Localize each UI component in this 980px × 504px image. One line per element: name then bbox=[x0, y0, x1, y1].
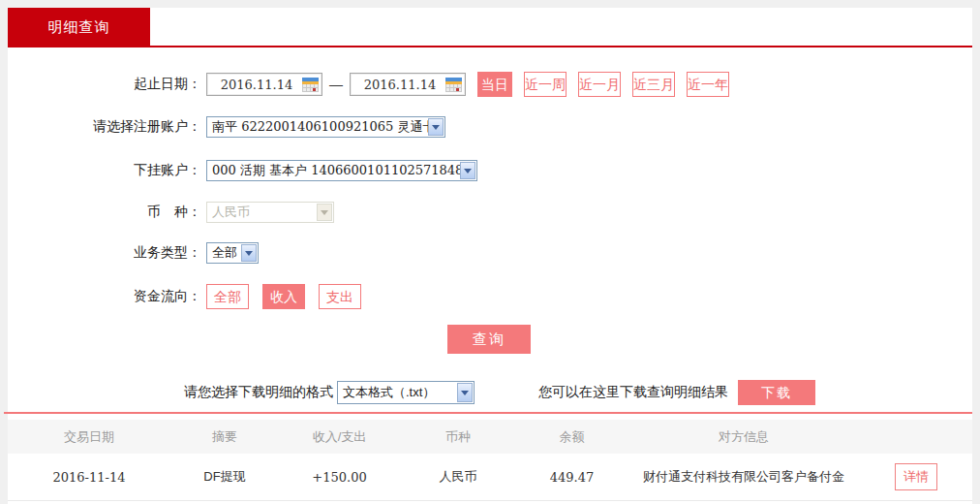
download-format-value: 文本格式（.txt） bbox=[343, 384, 454, 401]
fund-flow-label: 资金流向： bbox=[8, 288, 201, 305]
quick-range-week-button[interactable]: 近一周 bbox=[524, 72, 567, 97]
header-date: 交易日期 bbox=[8, 428, 170, 446]
chevron-down-icon bbox=[317, 204, 332, 221]
register-account-label: 请选择注册账户： bbox=[8, 118, 201, 136]
row-amount: +150.00 bbox=[279, 470, 400, 485]
register-account-value: 南平 6222001406100921065 灵通卡 bbox=[212, 118, 454, 136]
tab-detail-query[interactable]: 明细查询 bbox=[8, 8, 150, 46]
table-row: 2016-11-14 DF提现 +150.00 人民币 449.47 财付通支付… bbox=[8, 454, 972, 501]
query-button[interactable]: 查询 bbox=[447, 325, 531, 354]
header-summary: 摘要 bbox=[170, 428, 279, 446]
header-currency: 币种 bbox=[400, 428, 516, 446]
quick-range-today-button[interactable]: 当日 bbox=[477, 72, 512, 97]
sub-account-label: 下挂账户： bbox=[8, 162, 201, 179]
chevron-down-icon[interactable] bbox=[457, 383, 473, 402]
calendar-icon[interactable] bbox=[445, 78, 462, 92]
quick-range-month-button[interactable]: 近一月 bbox=[578, 72, 621, 97]
download-format-select[interactable]: 文本格式（.txt） bbox=[337, 381, 475, 404]
date-range-row: 起止日期： 2016.11.14 — 2016.11.14 当日 近一周 近一月… bbox=[8, 72, 972, 97]
fund-flow-row: 资金流向： 全部 收入 支出 bbox=[8, 284, 972, 309]
sub-account-value: 000 活期 基本户 1406600101102571848 bbox=[212, 162, 482, 179]
row-counterparty: 财付通支付科技有限公司客户备付金 bbox=[628, 468, 860, 486]
business-type-label: 业务类型： bbox=[8, 244, 201, 262]
section-divider bbox=[4, 412, 972, 414]
row-summary: DF提现 bbox=[170, 468, 279, 486]
chevron-down-icon[interactable] bbox=[428, 118, 444, 136]
content-panel: 明细查询 起止日期： 2016.11.14 — 2016.11.14 当日 近一… bbox=[8, 8, 972, 504]
currency-value: 人民币 bbox=[212, 204, 269, 221]
chevron-down-icon[interactable] bbox=[241, 244, 257, 262]
chevron-down-icon[interactable] bbox=[460, 162, 475, 179]
row-currency: 人民币 bbox=[400, 468, 516, 486]
quick-range-year-button[interactable]: 近一年 bbox=[687, 72, 729, 97]
detail-button[interactable]: 详情 bbox=[895, 463, 937, 490]
download-row: 请您选择下载明细的格式 文本格式（.txt） 您可以在这里下载查询明细结果 下载 bbox=[184, 380, 815, 405]
header-balance: 余额 bbox=[516, 428, 628, 446]
download-hint: 您可以在这里下载查询明细结果 bbox=[538, 384, 728, 401]
sub-account-row: 下挂账户： 000 活期 基本户 1406600101102571848 bbox=[8, 160, 972, 181]
row-balance: 449.47 bbox=[516, 470, 628, 485]
header-amount: 收入/支出 bbox=[279, 428, 400, 446]
register-account-row: 请选择注册账户： 南平 6222001406100921065 灵通卡 bbox=[8, 116, 972, 138]
row-date: 2016-11-14 bbox=[8, 470, 170, 485]
currency-label: 币 种： bbox=[8, 204, 201, 221]
table-header: 交易日期 摘要 收入/支出 币种 余额 对方信息 bbox=[8, 420, 972, 454]
fund-flow-all-button[interactable]: 全部 bbox=[206, 284, 249, 309]
currency-row: 币 种： 人民币 bbox=[8, 202, 972, 223]
sub-account-select[interactable]: 000 活期 基本户 1406600101102571848 bbox=[206, 160, 477, 181]
download-format-label: 请您选择下载明细的格式 bbox=[184, 384, 333, 401]
header-counterparty: 对方信息 bbox=[628, 428, 860, 446]
fund-flow-income-button[interactable]: 收入 bbox=[262, 284, 305, 309]
end-date-input[interactable]: 2016.11.14 bbox=[350, 73, 466, 96]
business-type-select[interactable]: 全部 bbox=[206, 242, 259, 264]
currency-select: 人民币 bbox=[206, 202, 334, 223]
date-range-label: 起止日期： bbox=[8, 76, 201, 93]
download-button[interactable]: 下载 bbox=[738, 380, 815, 405]
tab-underline bbox=[8, 46, 972, 47]
register-account-select[interactable]: 南平 6222001406100921065 灵通卡 bbox=[206, 116, 445, 138]
quick-range-quarter-button[interactable]: 近三月 bbox=[632, 72, 675, 97]
start-date-input[interactable]: 2016.11.14 bbox=[206, 73, 322, 96]
calendar-icon[interactable] bbox=[302, 78, 319, 92]
business-type-row: 业务类型： 全部 bbox=[8, 242, 972, 264]
fund-flow-expense-button[interactable]: 支出 bbox=[319, 284, 361, 309]
date-range-separator: — bbox=[329, 77, 343, 92]
